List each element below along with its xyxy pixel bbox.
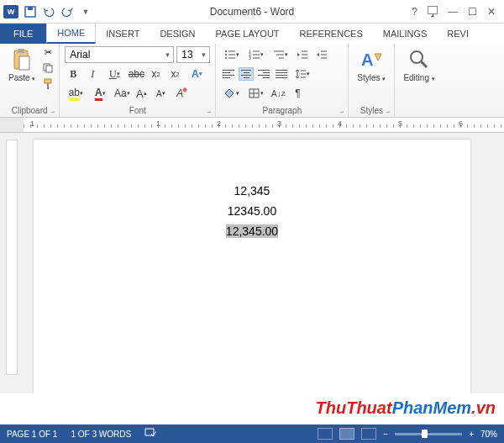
clipboard-label: Clipboard [5,105,54,116]
paragraph-label: Paragraph [221,105,343,116]
underline-button[interactable]: U ▾ [103,66,125,82]
svg-line-38 [421,61,427,67]
svg-rect-4 [19,56,29,70]
highlight-button[interactable]: ab▾ [65,85,87,102]
line-spacing-button[interactable]: ▾ [291,66,313,82]
svg-point-37 [411,51,423,63]
help-icon[interactable]: ? [412,6,417,18]
bullets-button[interactable]: ▾ [221,46,243,63]
tab-home[interactable]: HOME [46,24,96,44]
print-layout-button[interactable] [339,428,354,440]
window-title: Document6 - Word [210,6,294,18]
document-page[interactable]: 12,345 12345.00 12,345.00 [34,140,470,393]
spell-check-icon[interactable] [144,428,156,440]
chevron-down-icon[interactable]: ▼ [164,51,171,59]
titlebar: W ▼ Document6 - Word ? ▴ — ☐ ✕ [0,0,504,24]
sort-button[interactable]: A↓Z [270,85,286,102]
cut-icon[interactable]: ✂ [42,46,54,58]
bold-button[interactable]: B [65,66,81,82]
decrease-indent-button[interactable] [294,46,311,63]
zoom-in-button[interactable]: + [469,430,474,439]
qat-customize-icon[interactable]: ▼ [79,5,92,18]
tab-references[interactable]: REFERENCES [290,24,373,44]
chevron-down-icon[interactable]: ▼ [200,51,207,59]
tab-page-layout[interactable]: PAGE LAYOUT [206,24,290,44]
shrink-font-button[interactable]: A▾ [152,85,169,102]
maximize-icon[interactable]: ☐ [468,6,477,18]
vertical-ruler[interactable] [6,140,18,375]
save-icon[interactable] [24,5,37,18]
change-case-button[interactable]: Aa▾ [113,85,130,102]
align-center-button[interactable] [239,67,254,81]
subscript-button[interactable]: x2 [147,66,164,82]
svg-text:3: 3 [249,55,251,60]
undo-icon[interactable] [42,5,55,18]
doc-line-3-selected[interactable]: 12,345.00 [226,224,278,238]
doc-line-2[interactable]: 12345.00 [34,202,470,222]
minimize-icon[interactable]: — [448,6,458,18]
show-marks-button[interactable]: ¶ [289,85,306,102]
word-count[interactable]: 1 OF 3 WORDS [71,430,131,439]
tab-design[interactable]: DESIGN [150,24,205,44]
group-editing: Editing ▾ . [395,44,443,117]
horizontal-ruler[interactable]: 1 1 2 3 4 5 6 [0,118,504,133]
styles-button[interactable]: A Styles ▾ [354,46,389,84]
italic-button[interactable]: I [84,66,101,82]
svg-rect-3 [18,49,24,53]
zoom-out-button[interactable]: − [383,430,388,439]
multilevel-list-button[interactable]: ▾ [270,46,291,63]
editing-button[interactable]: Editing ▾ [400,46,438,84]
watermark: ThuThuatPhanMem.vn [316,398,496,418]
paste-button[interactable]: Paste ▾ [5,46,39,84]
svg-point-11 [225,54,227,55]
svg-point-9 [225,50,227,52]
word-icon: W [3,5,18,18]
svg-rect-1 [28,7,33,10]
justify-button[interactable] [274,67,289,81]
svg-text:A: A [361,50,373,69]
web-layout-button[interactable] [361,428,376,440]
clear-formatting-button[interactable]: A◆ [171,85,188,102]
ribbon: Paste ▾ ✂ Clipboard Arial▼ 13▼ B I U ▾ a… [0,44,504,118]
svg-rect-6 [46,66,52,72]
numbering-button[interactable]: 123▾ [245,46,267,63]
ribbon-display-icon[interactable]: ▴ [428,6,438,14]
group-font: Arial▼ 13▼ B I U ▾ abc x2 x2 A▾ ab▾ A▾ A… [60,44,216,117]
paste-label: Paste [8,73,30,82]
font-name-combo[interactable]: Arial▼ [65,46,174,63]
ribbon-tabs: FILE HOME INSERT DESIGN PAGE LAYOUT REFE… [0,24,504,44]
tab-mailings[interactable]: MAILINGS [373,24,438,44]
borders-button[interactable]: ▾ [245,85,267,102]
copy-icon[interactable] [42,62,54,74]
superscript-button[interactable]: x2 [166,66,183,82]
editing-label: Editing [403,73,429,82]
styles-label: Styles [357,73,380,82]
redo-icon[interactable] [60,5,74,18]
tab-insert[interactable]: INSERT [96,24,150,44]
strikethrough-button[interactable]: abc [128,66,144,82]
align-left-button[interactable] [221,67,236,81]
text-effects-button[interactable]: A▾ [186,66,207,82]
svg-rect-8 [47,83,49,89]
zoom-level[interactable]: 70% [480,430,497,439]
font-color-button[interactable]: A▾ [89,85,111,102]
font-label: Font [65,105,210,116]
tab-file[interactable]: FILE [0,24,46,44]
styles-group-label: Styles [354,105,389,116]
doc-line-1[interactable]: 12,345 [34,182,470,202]
grow-font-button[interactable]: A▴ [133,85,150,102]
format-painter-icon[interactable] [42,78,54,90]
font-size-combo[interactable]: 13▼ [176,46,210,63]
tab-review[interactable]: REVI [437,24,479,44]
read-mode-button[interactable] [318,428,333,440]
increase-indent-button[interactable] [313,46,330,63]
svg-point-13 [225,57,227,59]
align-right-button[interactable] [256,67,271,81]
page-indicator[interactable]: PAGE 1 OF 1 [7,430,57,439]
zoom-slider[interactable] [395,433,462,435]
svg-rect-39 [145,429,154,435]
close-icon[interactable]: ✕ [487,6,496,18]
svg-rect-7 [45,79,51,83]
document-area[interactable]: 12,345 12345.00 12,345.00 [0,133,504,393]
shading-button[interactable]: ▾ [221,85,243,102]
